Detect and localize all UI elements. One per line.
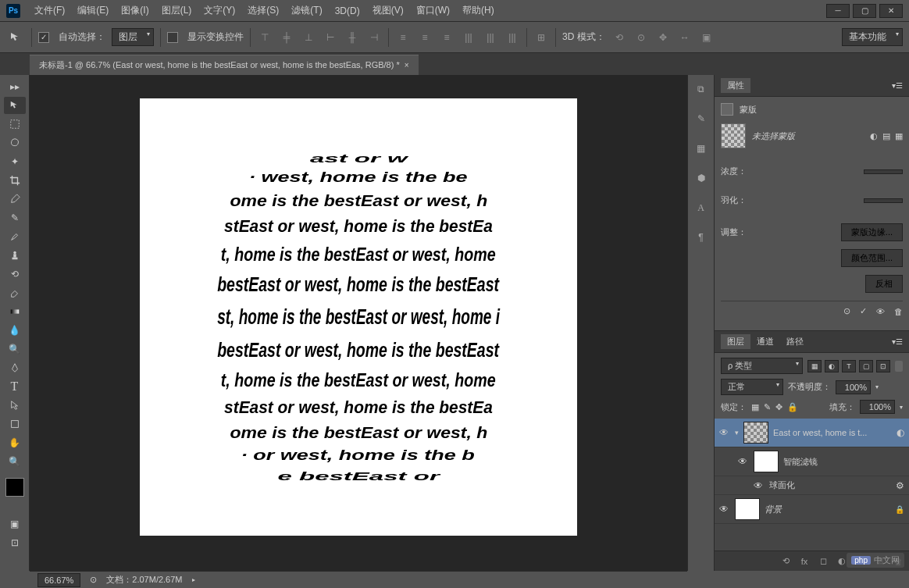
blend-mode-dropdown[interactable]: 正常 — [721, 379, 783, 395]
blur-tool[interactable]: 💧 — [4, 322, 26, 339]
foreground-color[interactable] — [5, 478, 24, 497]
history-brush-tool[interactable]: ⟲ — [4, 265, 26, 283]
menu-filter[interactable]: 滤镜(T) — [285, 4, 328, 17]
crop-tool[interactable] — [4, 172, 26, 189]
maximize-button[interactable]: ▢ — [853, 4, 876, 18]
add-mask-icon[interactable]: ▦ — [895, 131, 903, 141]
styles-panel-icon[interactable]: ⬢ — [693, 170, 709, 186]
mask-edge-button[interactable]: 蒙版边缘... — [841, 223, 903, 241]
lasso-tool[interactable] — [4, 134, 26, 151]
auto-select-checkbox[interactable] — [38, 32, 49, 43]
paragraph-panel-icon[interactable]: ¶ — [693, 230, 709, 245]
pixel-mask-icon[interactable]: ◐ — [870, 131, 878, 141]
move-tool[interactable] — [4, 97, 26, 114]
distribute-right-icon[interactable]: ||| — [504, 30, 520, 45]
paths-tab[interactable]: 路径 — [780, 334, 810, 349]
filter-shape-icon[interactable]: ▢ — [859, 360, 873, 372]
dodge-tool[interactable]: 🔍 — [4, 340, 26, 358]
filter-smart-icon[interactable]: ⊡ — [876, 360, 890, 372]
collapse-icon[interactable]: ▸▸ — [4, 78, 26, 95]
density-value[interactable] — [864, 169, 903, 174]
opacity-input[interactable]: 100% — [836, 380, 871, 394]
swatches-panel-icon[interactable]: ▦ — [693, 141, 709, 156]
add-mask-icon[interactable]: ◻ — [817, 555, 829, 568]
show-transform-checkbox[interactable] — [167, 32, 178, 43]
type-tool[interactable]: T — [4, 378, 26, 395]
doc-info-dropdown-icon[interactable]: ▸ — [192, 576, 195, 583]
panel-menu-icon[interactable]: ▾☰ — [892, 337, 903, 346]
history-panel-icon[interactable]: ⧉ — [693, 81, 709, 97]
menu-layer[interactable]: 图层(L) — [155, 4, 198, 17]
layer-thumbnail[interactable] — [743, 422, 768, 444]
screen-mode-icon[interactable]: ⊡ — [4, 534, 26, 551]
filter-options-icon[interactable]: ⚙ — [896, 480, 904, 491]
align-top-icon[interactable]: ⊤ — [257, 30, 273, 45]
layer-smart-filters[interactable]: 👁 智能滤镜 — [715, 447, 909, 476]
close-tab-icon[interactable]: × — [405, 61, 409, 69]
layer-text[interactable]: 👁 ▾ East or west, home is t... ◐ — [715, 419, 909, 447]
hand-tool[interactable]: ✋ — [4, 434, 26, 451]
fill-dropdown-icon[interactable]: ▾ — [900, 404, 903, 411]
lock-pixels-icon[interactable]: ✎ — [764, 402, 771, 412]
menu-type[interactable]: 文字(Y) — [198, 4, 241, 17]
filter-mask-thumbnail[interactable] — [754, 451, 779, 472]
toggle-mask-icon[interactable]: 👁 — [876, 307, 885, 316]
menu-file[interactable]: 文件(F) — [28, 4, 71, 17]
align-left-icon[interactable]: ⊢ — [323, 30, 338, 45]
lock-all-icon[interactable]: 🔒 — [787, 402, 798, 412]
filter-adjust-icon[interactable]: ◐ — [825, 360, 839, 372]
gradient-tool[interactable] — [4, 303, 26, 320]
document-tab[interactable]: 未标题-1 @ 66.7% (East or west, home is the… — [30, 55, 419, 75]
visibility-icon[interactable]: 👁 — [719, 427, 730, 438]
healing-tool[interactable]: ✎ — [4, 209, 26, 226]
menu-edit[interactable]: 编辑(E) — [71, 4, 115, 17]
workspace-dropdown[interactable]: 基本功能 — [842, 28, 903, 46]
distribute-hcenter-icon[interactable]: ||| — [483, 30, 498, 45]
properties-tab[interactable]: 属性 — [721, 78, 750, 93]
menu-help[interactable]: 帮助(H) — [456, 4, 501, 17]
canvas-area[interactable]: ast or w· west, home is the beome is the… — [30, 75, 687, 571]
filter-toggle[interactable] — [895, 361, 903, 372]
invert-button[interactable]: 反相 — [865, 275, 903, 293]
distribute-vcenter-icon[interactable]: ≡ — [417, 30, 433, 45]
layer-background[interactable]: 👁 背景 🔒 — [715, 495, 909, 524]
align-right-icon[interactable]: ⊣ — [366, 30, 382, 45]
menu-view[interactable]: 视图(V) — [366, 4, 410, 17]
3d-zoom-icon[interactable]: ▣ — [699, 30, 715, 45]
layer-fx-icon[interactable]: fx — [798, 555, 811, 568]
layers-tab[interactable]: 图层 — [721, 334, 750, 349]
panel-menu-icon[interactable]: ▾☰ — [892, 81, 903, 90]
load-selection-icon[interactable]: ⊙ — [843, 306, 850, 316]
visibility-icon[interactable]: 👁 — [754, 480, 765, 491]
apply-mask-icon[interactable]: ✓ — [860, 306, 867, 316]
menu-image[interactable]: 图像(I) — [115, 4, 155, 17]
zoom-slider-icon[interactable]: ⊙ — [90, 575, 97, 585]
visibility-icon[interactable]: 👁 — [738, 456, 749, 467]
3d-orbit-icon[interactable]: ⟲ — [611, 30, 627, 45]
link-layers-icon[interactable]: ⟲ — [779, 555, 792, 568]
layer-kind-dropdown[interactable]: ρ 类型 — [721, 358, 803, 374]
zoom-level[interactable]: 66.67% — [37, 573, 80, 587]
layer-thumbnail[interactable] — [735, 498, 760, 520]
layer-spherize-filter[interactable]: 👁 球面化 ⚙ — [715, 476, 909, 495]
delete-mask-icon[interactable]: 🗑 — [894, 307, 903, 316]
layer-name[interactable]: East or west, home is t... — [773, 428, 892, 437]
zoom-tool[interactable]: 🔍 — [4, 453, 26, 470]
shape-tool[interactable] — [4, 415, 26, 433]
quick-mask-icon[interactable]: ▣ — [4, 515, 26, 533]
visibility-icon[interactable]: 👁 — [719, 504, 730, 515]
eyedropper-tool[interactable] — [4, 191, 26, 208]
doc-info[interactable]: 文档：2.07M/2.67M — [106, 574, 182, 586]
eraser-tool[interactable] — [4, 284, 26, 301]
distribute-bottom-icon[interactable]: ≡ — [439, 30, 454, 45]
align-vcenter-icon[interactable]: ╪ — [279, 30, 294, 45]
feather-value[interactable] — [864, 198, 903, 203]
distribute-top-icon[interactable]: ≡ — [395, 30, 411, 45]
auto-select-target-dropdown[interactable]: 图层 — [112, 28, 154, 46]
align-bottom-icon[interactable]: ⊥ — [301, 30, 316, 45]
3d-roll-icon[interactable]: ⊙ — [633, 30, 649, 45]
collapse-icon[interactable]: ▾ — [735, 429, 739, 437]
pen-tool[interactable] — [4, 359, 26, 376]
channels-tab[interactable]: 通道 — [750, 334, 780, 349]
auto-align-icon[interactable]: ⊞ — [533, 30, 549, 45]
